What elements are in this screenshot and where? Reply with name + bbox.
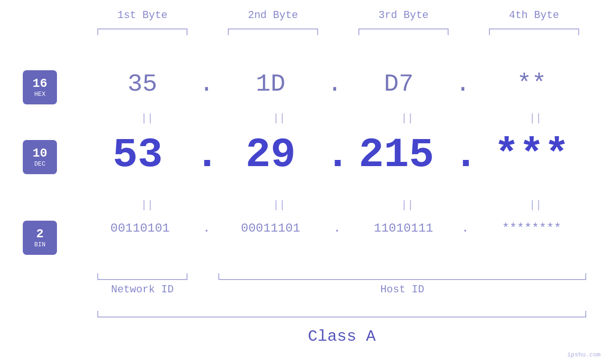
bin-val-4: ******** [477, 221, 586, 235]
eq-4-dec-bin: || [521, 199, 550, 211]
network-id-bracket [97, 273, 188, 280]
bin-val-3: 11010111 [351, 221, 456, 235]
byte1-header: 1st Byte [97, 9, 188, 21]
dec-badge: 10 DEC [23, 140, 57, 174]
top-bracket-3 [358, 28, 449, 35]
bin-val-2: 00011101 [218, 221, 323, 235]
hex-dot-2: . [325, 70, 344, 98]
eq-3-hex-dec: || [393, 112, 422, 124]
host-id-bracket [218, 273, 586, 280]
host-id-label: Host ID [218, 284, 586, 296]
bin-dot-1: . [197, 221, 216, 235]
eq-4-hex-dec: || [521, 112, 550, 124]
hex-val-4: ** [479, 70, 584, 98]
dec-val-4: *** [470, 131, 593, 178]
eq-1-dec-bin: || [133, 199, 161, 211]
hex-dot-3: . [453, 70, 472, 98]
eq-2-hex-dec: || [265, 112, 293, 124]
class-a-bracket [97, 311, 586, 317]
bin-dot-2: . [328, 221, 347, 235]
top-bracket-4 [489, 28, 579, 35]
watermark: ipshu.com [567, 351, 601, 358]
bin-dot-3: . [456, 221, 475, 235]
top-bracket-1 [97, 28, 188, 35]
bin-badge: 2 BIN [23, 221, 57, 255]
dec-val-1: 53 [81, 131, 195, 178]
network-id-label: Network ID [97, 284, 188, 296]
class-a-label: Class A [97, 327, 586, 345]
hex-dot-1: . [197, 70, 216, 98]
hex-val-1: 35 [95, 70, 190, 98]
eq-3-dec-bin: || [393, 199, 422, 211]
byte4-header: 4th Byte [489, 9, 579, 21]
eq-1-hex-dec: || [133, 112, 161, 124]
bin-val-1: 00110101 [88, 221, 192, 235]
hex-val-3: D7 [351, 70, 446, 98]
hex-val-2: 1D [223, 70, 318, 98]
hex-badge: 16 HEX [23, 70, 57, 104]
byte2-header: 2nd Byte [228, 9, 318, 21]
byte3-header: 3rd Byte [358, 9, 449, 21]
eq-2-dec-bin: || [265, 199, 293, 211]
top-bracket-2 [228, 28, 318, 35]
dec-val-3: 215 [339, 131, 453, 178]
main-layout: 1st Byte 2nd Byte 3rd Byte 4th Byte 16 H… [0, 0, 610, 364]
dec-val-2: 29 [214, 131, 328, 178]
